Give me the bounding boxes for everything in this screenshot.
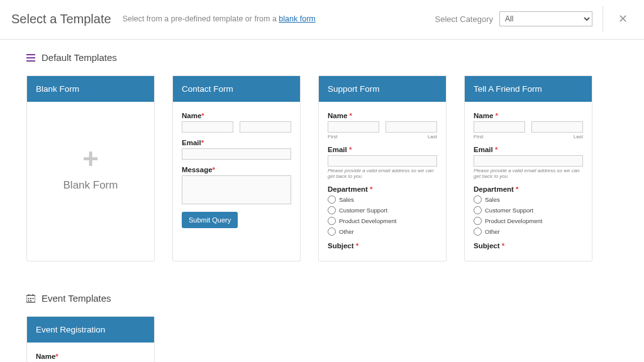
radio-option: Sales — [474, 195, 583, 204]
field-label: Subject — [474, 242, 502, 250]
section-title: Event Templates — [42, 293, 111, 304]
radio-option: Product Development — [474, 217, 583, 225]
radio-option: Other — [328, 228, 437, 236]
card-title: Blank Form — [27, 76, 154, 102]
card-title: Support Form — [319, 76, 446, 102]
radio-option: Customer Support — [328, 206, 437, 214]
template-card-event-registration[interactable]: Event Registration Name* Email* — [26, 316, 155, 362]
modal-subtitle: Select from a pre-defined template or fr… — [123, 14, 316, 23]
blank-form-link[interactable]: blank form — [279, 14, 315, 23]
radio-option: Product Development — [328, 217, 437, 225]
svg-rect-4 — [28, 294, 30, 296]
svg-rect-8 — [33, 298, 34, 299]
svg-rect-9 — [28, 300, 30, 301]
field-label: Department — [474, 185, 516, 193]
svg-rect-0 — [26, 54, 35, 55]
card-title: Event Registration — [27, 317, 154, 343]
field-label: Name — [36, 353, 55, 360]
svg-rect-5 — [33, 294, 34, 296]
svg-rect-1 — [26, 57, 35, 58]
input — [328, 121, 379, 133]
section-title: Default Templates — [42, 52, 117, 63]
calendar-icon — [26, 294, 35, 303]
svg-rect-6 — [28, 298, 30, 299]
input — [474, 155, 583, 167]
sublabel: Last — [428, 134, 437, 140]
svg-rect-10 — [30, 300, 31, 301]
sublabel: Last — [574, 134, 583, 140]
submit-button: Submit Query — [182, 212, 238, 228]
field-label: Subject — [328, 242, 356, 250]
sublabel: First — [328, 134, 338, 140]
input — [182, 121, 233, 133]
template-card-support[interactable]: Support Form Name * FirstLast Email * Pl… — [318, 75, 447, 261]
divider — [602, 6, 603, 31]
section-event-header: Event Templates — [26, 293, 619, 304]
input — [328, 155, 437, 167]
input — [182, 148, 291, 160]
card-title: Tell A Friend Form — [465, 76, 592, 102]
field-label: Email — [328, 146, 349, 153]
field-label: Email — [182, 139, 201, 146]
radio-option: Sales — [328, 195, 437, 204]
textarea — [182, 175, 291, 204]
template-card-blank[interactable]: Blank Form + Blank Form — [26, 75, 155, 261]
field-label: Name — [328, 112, 350, 119]
field-label: Email — [474, 146, 495, 153]
category-label: Select Category — [435, 14, 494, 24]
category-select[interactable]: All — [499, 11, 592, 26]
input — [386, 121, 437, 133]
radio-option: Customer Support — [474, 206, 583, 214]
template-card-contact[interactable]: Contact Form Name* Email* Message* Submi… — [172, 75, 301, 261]
card-title: Contact Form — [173, 76, 300, 102]
close-icon[interactable]: ✕ — [614, 12, 631, 26]
radio-option: Other — [474, 228, 583, 236]
field-label: Name — [474, 112, 496, 119]
field-label: Department — [328, 185, 370, 193]
input — [240, 121, 291, 133]
input — [474, 121, 525, 133]
sublabel: First — [474, 134, 484, 140]
hint-text: Please provide a valid email address so … — [328, 168, 437, 179]
list-icon — [26, 53, 35, 62]
field-label: Message — [182, 166, 213, 173]
blank-label: Blank Form — [64, 179, 118, 192]
modal-title: Select a Template — [11, 12, 111, 26]
content-scroll[interactable]: Default Templates Blank Form + Blank For… — [0, 28, 636, 362]
input — [531, 121, 583, 133]
section-default-header: Default Templates — [26, 52, 619, 63]
svg-rect-2 — [26, 60, 35, 62]
svg-rect-7 — [30, 298, 31, 299]
template-card-tell-friend[interactable]: Tell A Friend Form Name * FirstLast Emai… — [464, 75, 592, 261]
field-label: Name — [182, 112, 201, 119]
hint-text: Please provide a valid email address so … — [474, 168, 583, 179]
plus-icon: + — [82, 145, 99, 173]
